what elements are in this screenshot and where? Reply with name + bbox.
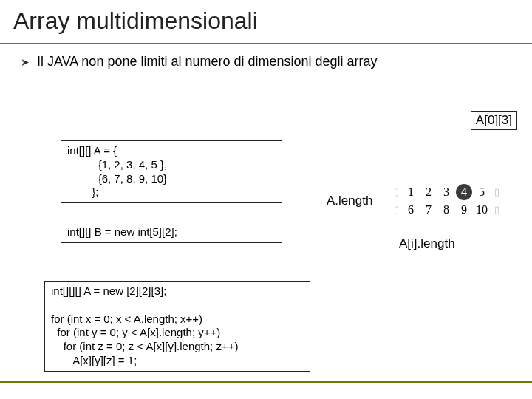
grid-cell: 6 [402, 201, 420, 219]
grid-cell-highlight: 4 [455, 183, 473, 201]
title-rule [0, 43, 532, 44]
bullet-glyph: ➤ [21, 56, 30, 68]
grid-ghost: ▯ [390, 201, 402, 219]
grid-cell: 5 [473, 183, 491, 201]
array-grid: ▯ 1 2 3 4 5 ▯ ▯ 6 7 8 9 10 ▯ [390, 183, 502, 219]
bullet-row: ➤ Il JAVA non pone limiti al numero di d… [21, 54, 532, 69]
footer-rule [0, 381, 532, 383]
grid-cell: 7 [420, 201, 437, 219]
label-ai-length: A[i].length [399, 236, 455, 251]
code-box-1: int[][] A = { {1, 2, 3, 4, 5 }, {6, 7, 8… [61, 140, 282, 203]
grid-cell: 8 [437, 201, 455, 219]
grid-cell: 10 [473, 201, 491, 219]
label-a03: A[0][3] [471, 111, 517, 130]
grid-cell: 2 [420, 183, 437, 201]
code-box-2: int[][] B = new int[5][2]; [61, 222, 282, 243]
page-title: Array multidimensionali [0, 0, 532, 39]
label-a-length: A.length [327, 194, 372, 208]
code-box-3: int[][][] A = new [2][2][3]; for (int x … [44, 281, 310, 372]
grid-cell: 1 [402, 183, 420, 201]
grid-cell: 3 [437, 183, 455, 201]
grid-cell: 9 [455, 201, 473, 219]
grid-ghost: ▯ [491, 201, 502, 219]
highlight-circle: 4 [456, 184, 472, 200]
bullet-text: Il JAVA non pone limiti al numero di dim… [37, 54, 378, 69]
grid-ghost: ▯ [491, 183, 502, 201]
grid-ghost: ▯ [390, 183, 402, 201]
